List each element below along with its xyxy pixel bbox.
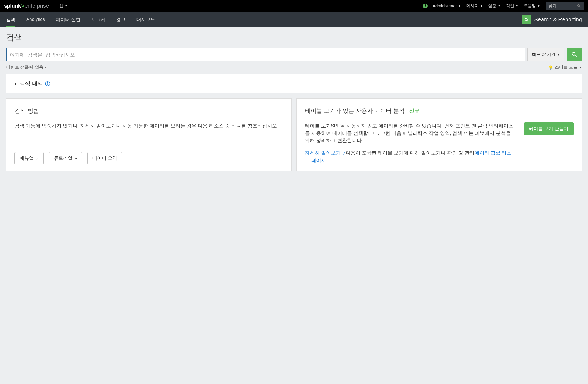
search-history-panel: › 검색 내역 ? xyxy=(6,74,582,93)
nav-tab-search[interactable]: 검색 xyxy=(6,12,15,27)
search-row: 최근 24시간 ▼ xyxy=(6,48,582,61)
external-link-icon: ↗ xyxy=(36,156,39,161)
app-menu-label: 앱 xyxy=(59,3,63,8)
data-summary-button[interactable]: 데이터 요약 xyxy=(87,152,122,164)
tutorial-button-label: 튜토리얼 xyxy=(54,156,72,161)
nav-tab-analytics-label: Analytics xyxy=(26,17,45,22)
caret-down-icon: ▼ xyxy=(516,4,518,7)
nav-tab-alerts-label: 경고 xyxy=(116,16,126,23)
cards-row: 검색 방법 검색 기능에 익숙하지 않거나, 자세히 알아보거나 사용 가능한 … xyxy=(6,98,582,171)
smart-mode-dropdown[interactable]: 💡 스마트 모드 ▼ xyxy=(548,65,582,70)
card-right-layout: 테이블 보기SPL을 사용하지 않고 데이터를 준비할 수 있습니다. 먼저 포… xyxy=(305,122,574,164)
card-title: 검색 방법 xyxy=(14,107,39,115)
manual-button[interactable]: 매뉴얼 ↗ xyxy=(14,152,44,164)
card-table-views: 테이블 보기가 있는 사용자 데이터 분석 신규 테이블 보기SPL을 사용하지… xyxy=(296,98,582,171)
caret-down-icon: ▼ xyxy=(557,53,560,56)
caret-down-icon: ▼ xyxy=(579,66,582,69)
learn-more-label: 자세히 알아보기 xyxy=(305,150,341,156)
event-sampling-dropdown[interactable]: 이벤트 샘플링 없음 ▼ xyxy=(6,65,47,70)
card-actions: 매뉴얼 ↗ 튜토리얼 ↗ 데이터 요약 xyxy=(14,144,283,164)
caret-down-icon: ▼ xyxy=(45,66,47,69)
topbar: splunk > enterprise 앱 ▼ i Administrator … xyxy=(0,0,588,12)
card-title-row: 검색 방법 xyxy=(14,107,283,115)
caret-down-icon: ▼ xyxy=(480,4,483,7)
tasks-dropdown[interactable]: 작업 ▼ xyxy=(503,3,521,8)
external-link-icon: ↗ xyxy=(74,156,77,161)
find-input[interactable]: 찾기 xyxy=(546,2,584,10)
settings-dropdown[interactable]: 설정 ▼ xyxy=(485,3,503,8)
caret-down-icon: ▼ xyxy=(65,4,68,7)
search-history-header[interactable]: › 검색 내역 ? xyxy=(13,80,575,87)
card-body-rest: SPL을 사용하지 않고 데이터를 준비할 수 있습니다. 먼저 포인트 앤 클… xyxy=(305,123,513,143)
nav-tab-reports[interactable]: 보고서 xyxy=(91,12,105,27)
sub-options-row: 이벤트 샘플링 없음 ▼ 💡 스마트 모드 ▼ xyxy=(6,65,582,70)
search-input[interactable] xyxy=(10,52,521,57)
page-body: 검색 최근 24시간 ▼ 이벤트 샘플링 없음 ▼ 💡 스마트 모드 ▼ › 검… xyxy=(0,27,588,176)
card-body: 검색 기능에 익숙하지 않거나, 자세히 알아보거나 사용 가능한 데이터를 보… xyxy=(14,122,283,130)
time-range-picker[interactable]: 최근 24시간 ▼ xyxy=(527,48,564,61)
card-title: 테이블 보기가 있는 사용자 데이터 분석 xyxy=(305,107,405,115)
search-icon xyxy=(577,4,581,8)
time-range-label: 최근 24시간 xyxy=(532,52,555,57)
caret-down-icon: ▼ xyxy=(458,4,461,7)
smart-mode-label: 스마트 모드 xyxy=(555,65,578,70)
data-summary-button-label: 데이터 요약 xyxy=(92,156,117,161)
messages-label: 메시지 xyxy=(466,3,479,8)
logo-enterprise-text: enterprise xyxy=(25,3,49,9)
help-label: 도움말 xyxy=(524,3,536,8)
app-header-right: > Search & Reporting xyxy=(522,15,582,24)
event-sampling-label: 이벤트 샘플링 없음 xyxy=(6,65,43,70)
card-title-row: 테이블 보기가 있는 사용자 데이터 분석 신규 xyxy=(305,107,574,115)
search-input-wrap[interactable] xyxy=(6,48,525,61)
search-button[interactable] xyxy=(567,48,582,61)
card-body: 테이블 보기SPL을 사용하지 않고 데이터를 준비할 수 있습니다. 먼저 포… xyxy=(305,122,516,164)
page-title: 검색 xyxy=(6,32,582,43)
card-body-bold: 테이블 보기 xyxy=(305,123,331,129)
learn-more-link[interactable]: 자세히 알아보기 ↗ xyxy=(305,150,346,156)
chevron-right-icon[interactable]: › xyxy=(13,80,17,87)
nav-tab-datasets-label: 데이터 집합 xyxy=(56,16,80,23)
create-table-view-label: 테이블 보기 만들기 xyxy=(529,126,569,131)
card-button-col: 테이블 보기 만들기 xyxy=(524,122,574,164)
app-navbar: 검색 Analytics 데이터 집합 보고서 경고 대시보드 > Search… xyxy=(0,12,588,27)
app-icon: > xyxy=(522,15,531,24)
nav-tab-alerts[interactable]: 경고 xyxy=(116,12,126,27)
logo-splunk-text: splunk xyxy=(4,3,21,9)
administrator-dropdown[interactable]: Administrator ▼ xyxy=(430,4,464,8)
info-icon[interactable]: i xyxy=(423,4,428,8)
nav-tab-search-label: 검색 xyxy=(6,16,15,23)
splunk-logo: splunk > enterprise xyxy=(4,3,49,9)
help-dropdown[interactable]: 도움말 ▼ xyxy=(521,3,543,8)
external-link-icon: ↗ xyxy=(343,151,346,155)
search-history-title: 검색 내역 xyxy=(19,80,43,87)
nav-tab-dashboards-label: 대시보드 xyxy=(136,16,155,23)
search-icon xyxy=(571,51,578,58)
lightbulb-icon: 💡 xyxy=(548,65,553,70)
nav-tab-analytics[interactable]: Analytics xyxy=(26,12,45,27)
administrator-label: Administrator xyxy=(433,4,457,8)
badge-new: 신규 xyxy=(409,107,420,114)
app-nav: 검색 Analytics 데이터 집합 보고서 경고 대시보드 xyxy=(6,12,155,27)
help-icon[interactable]: ? xyxy=(45,81,50,86)
caret-down-icon: ▼ xyxy=(498,4,500,7)
app-title: Search & Reporting xyxy=(534,16,582,23)
caret-down-icon: ▼ xyxy=(537,4,540,7)
nav-tab-datasets[interactable]: 데이터 집합 xyxy=(56,12,80,27)
messages-dropdown[interactable]: 메시지 ▼ xyxy=(464,3,485,8)
tasks-label: 작업 xyxy=(506,3,514,8)
tutorial-button[interactable]: 튜토리얼 ↗ xyxy=(49,152,83,164)
settings-label: 설정 xyxy=(488,3,496,8)
find-placeholder: 찾기 xyxy=(548,3,577,8)
create-table-view-button[interactable]: 테이블 보기 만들기 xyxy=(524,122,574,135)
app-menu-dropdown[interactable]: 앱 ▼ xyxy=(57,3,70,8)
card-body-tail: 다음이 포함된 테이블 보기에 대해 알아보거나 확인 및 관리 xyxy=(346,150,475,156)
nav-tab-reports-label: 보고서 xyxy=(91,16,105,23)
manual-button-label: 매뉴얼 xyxy=(20,156,34,161)
logo-arrow-icon: > xyxy=(21,3,24,9)
nav-tab-dashboards[interactable]: 대시보드 xyxy=(136,12,155,27)
card-how-to-search: 검색 방법 검색 기능에 익숙하지 않거나, 자세히 알아보거나 사용 가능한 … xyxy=(6,98,292,171)
